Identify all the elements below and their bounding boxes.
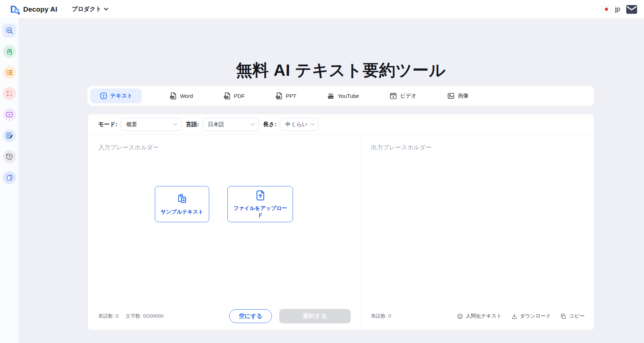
tab-word[interactable]: Word Word — [166, 88, 196, 103]
tab-label: PDF — [234, 93, 245, 99]
svg-text:T: T — [102, 94, 105, 98]
tab-label: Word — [180, 93, 193, 99]
file-upload-icon — [255, 190, 266, 201]
upload-file-label: ファイルをアップロード — [233, 205, 288, 219]
options-toolbar: モード: 概要 言語: 日本語 長さ: 中くらい — [88, 114, 594, 135]
japan-flag-icon — [602, 6, 611, 13]
clear-button[interactable]: 空にする — [229, 309, 272, 323]
tab-label: テキスト — [110, 92, 132, 99]
svg-text:AI: AI — [8, 29, 10, 32]
list-icon — [3, 66, 16, 79]
mode-label: モード: — [98, 121, 117, 128]
output-footer: 単語数: 0 人間化テキスト — [360, 305, 594, 330]
svg-text:PDF: PDF — [224, 96, 228, 98]
input-panel[interactable]: 入力プレースホルダー サンプルテキスト — [88, 135, 360, 330]
input-footer: 単語数: 0 文字数: 0/200000 空にする 要約する — [88, 305, 360, 330]
chevron-down-icon — [251, 123, 255, 126]
humanize-button[interactable]: 人間化テキスト — [457, 313, 501, 319]
copy-label: コピー — [569, 313, 585, 319]
top-header: D Decopy AI プロダクト jp — [0, 0, 644, 19]
locale-label[interactable]: jp — [615, 5, 620, 13]
decopy-logo-icon: D — [9, 4, 20, 15]
humanize-label: 人間化テキスト — [466, 313, 501, 319]
language-select[interactable]: 日本語 — [203, 118, 259, 131]
tab-label: 画像 — [458, 92, 468, 99]
svg-text:?: ? — [8, 154, 11, 159]
input-word-count: 単語数: 0 — [98, 313, 119, 319]
output-word-count: 単語数: 0 — [371, 313, 391, 319]
smiley-icon — [457, 313, 463, 319]
brand-name: Decopy AI — [23, 5, 57, 13]
output-panel: 出力プレースホルダー 単語数: 0 — [360, 135, 594, 330]
quick-actions: サンプルテキスト ファイルをアップロード — [88, 186, 360, 222]
tab-video[interactable]: ビデオ — [387, 88, 420, 103]
svg-text:PPT: PPT — [276, 96, 280, 98]
copy-icon — [560, 313, 566, 319]
input-char-count: 文字数: 0/200000 — [126, 313, 164, 319]
youtube-icon: You Tube — [327, 92, 335, 100]
sample-text-label: サンプルテキスト — [161, 208, 204, 215]
ai-detector-icon: AI — [3, 24, 16, 37]
svg-text:Word: Word — [170, 96, 174, 98]
length-label: 長さ: — [263, 121, 277, 128]
summarize-button[interactable]: 要約する — [279, 309, 351, 323]
sidebar-item-ai-detector[interactable]: AI — [2, 23, 17, 38]
tab-image[interactable]: 画像 — [444, 88, 471, 103]
sidebar-item-math-solver[interactable]: +− ×÷ — [2, 86, 17, 101]
sidebar-item-humanizer[interactable] — [2, 44, 17, 59]
summarizer-card: モード: 概要 言語: 日本語 長さ: 中くらい — [87, 114, 594, 330]
copy-button[interactable]: コピー — [560, 313, 585, 319]
product-menu[interactable]: プロダクト — [72, 5, 108, 13]
sidebar-item-flashcards[interactable] — [2, 170, 17, 185]
sidebar-item-notes[interactable] — [2, 128, 17, 143]
chevron-down-icon — [173, 123, 177, 126]
length-value: 中くらい — [285, 121, 307, 128]
notes-pencil-icon — [3, 129, 16, 142]
tab-label: ビデオ — [400, 92, 417, 99]
chevron-down-icon — [104, 8, 108, 11]
brand-logo[interactable]: D Decopy AI — [9, 4, 57, 15]
upload-file-button[interactable]: ファイルをアップロード — [227, 186, 293, 222]
download-button[interactable]: ダウンロード — [511, 313, 551, 319]
tab-youtube[interactable]: You Tube YouTube — [324, 88, 362, 103]
source-tabbar: T テキスト Word Word P — [87, 86, 594, 106]
svg-text:Tube: Tube — [329, 96, 333, 98]
mode-select[interactable]: 概要 — [121, 118, 181, 131]
clipboard-icon — [176, 193, 188, 205]
chevron-down-icon — [310, 123, 314, 126]
svg-text:You: You — [329, 93, 333, 95]
humanizer-head-icon — [3, 45, 16, 58]
main-content: 無料 AI テキスト要約ツール T テキスト Word Word — [19, 19, 644, 343]
svg-text:÷: ÷ — [10, 93, 12, 97]
sidebar-item-summarizer-list[interactable] — [2, 65, 17, 80]
tab-pdf[interactable]: PDF PDF — [220, 88, 248, 103]
video-clapper-icon — [389, 92, 397, 100]
tab-text[interactable]: T テキスト — [90, 88, 142, 103]
svg-text:×: × — [7, 93, 9, 97]
video-play-icon — [3, 108, 16, 121]
text-icon: T — [100, 92, 107, 100]
length-select[interactable]: 中くらい — [280, 118, 318, 131]
language-label: 言語: — [186, 121, 199, 128]
download-icon — [511, 313, 517, 319]
tools-sidebar: AI +− ×÷ — [0, 19, 19, 343]
download-label: ダウンロード — [520, 313, 551, 319]
page-title: 無料 AI テキスト要約ツール — [87, 59, 594, 81]
output-placeholder: 出力プレースホルダー — [371, 144, 432, 152]
mail-icon[interactable] — [626, 5, 637, 14]
sidebar-item-video-tools[interactable] — [2, 107, 17, 122]
input-placeholder: 入力プレースホルダー — [98, 144, 159, 152]
pdf-doc-icon: PDF — [223, 92, 231, 100]
math-icon: +− ×÷ — [3, 87, 16, 100]
product-menu-label: プロダクト — [72, 5, 102, 13]
ppt-doc-icon: PPT — [275, 92, 283, 100]
tab-ppt[interactable]: PPT PPT — [272, 88, 299, 103]
flashcards-icon — [3, 171, 16, 184]
tab-label: YouTube — [338, 93, 359, 99]
help-icon: ? — [3, 150, 16, 163]
mode-value: 概要 — [126, 121, 137, 128]
sample-text-button[interactable]: サンプルテキスト — [155, 186, 209, 222]
sidebar-item-help[interactable]: ? — [2, 149, 17, 164]
image-icon — [447, 92, 455, 100]
language-value: 日本語 — [208, 121, 224, 128]
